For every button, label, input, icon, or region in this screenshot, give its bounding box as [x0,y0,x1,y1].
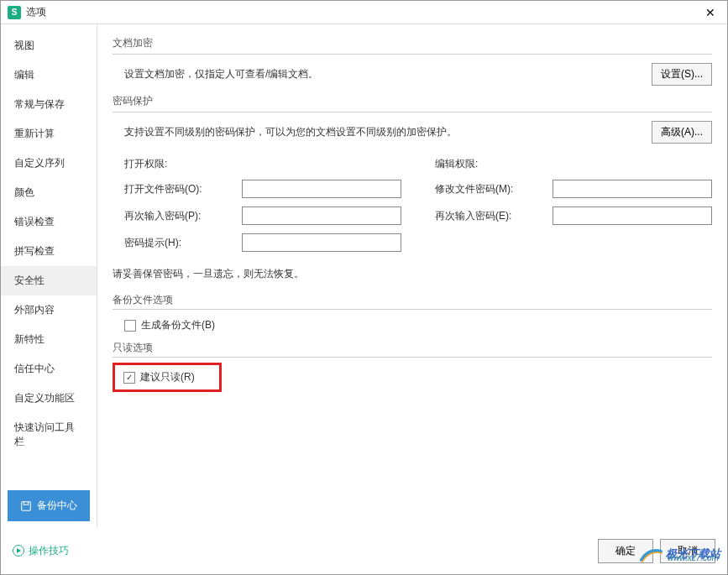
sidebar-item-color[interactable]: 颜色 [1,178,97,207]
sidebar-item-error-check[interactable]: 错误检查 [1,207,97,237]
backup-center-button[interactable]: 备份中心 [8,490,90,521]
divider [113,309,712,310]
main-area: 视图 编辑 常规与保存 重新计算 自定义序列 颜色 错误检查 拼写检查 安全性 … [1,24,727,528]
encryption-desc: 设置文档加密，仅指定人可查看/编辑文档。 [124,67,652,81]
open-pw-input[interactable] [242,180,401,198]
sidebar: 视图 编辑 常规与保存 重新计算 自定义序列 颜色 错误检查 拼写检查 安全性 … [1,24,97,528]
edit-perm-header: 编辑权限: [435,157,712,171]
content-panel: 文档加密 设置文档加密，仅指定人可查看/编辑文档。 设置(S)... 密码保护 … [97,24,727,528]
open-confirm-label: 再次输入密码(P): [124,209,242,223]
footer: 操作技巧 极光下载站 www.xz7.com 确定 取消 [1,528,727,573]
password-form: 打开权限: 编辑权限: 打开文件密码(O): 修改文件密码(M): 再次输入密码… [113,157,712,252]
open-pw-label: 打开文件密码(O): [124,182,242,196]
edit-pw-label: 修改文件密码(M): [435,182,553,196]
suggest-readonly-label: 建议只读(R) [140,370,195,384]
suggest-readonly-checkbox[interactable]: ✓ [123,372,135,384]
sidebar-item-security[interactable]: 安全性 [1,266,97,295]
sidebar-item-external[interactable]: 外部内容 [1,295,97,325]
sidebar-list: 视图 编辑 常规与保存 重新计算 自定义序列 颜色 错误检查 拼写检查 安全性 … [1,31,97,484]
sidebar-item-general-save[interactable]: 常规与保存 [1,90,97,119]
tips-link[interactable]: 操作技巧 [13,544,69,558]
sidebar-item-custom-seq[interactable]: 自定义序列 [1,149,97,178]
window-title: 选项 [26,5,700,19]
sidebar-item-trust-center[interactable]: 信任中心 [1,354,97,384]
titlebar: S 选项 ✕ [1,1,727,24]
generate-backup-checkbox[interactable] [124,320,136,332]
sidebar-item-edit[interactable]: 编辑 [1,60,97,90]
app-icon: S [8,6,21,19]
password-warning: 请妥善保管密码，一旦遗忘，则无法恢复。 [113,252,712,293]
backup-center-label: 备份中心 [37,499,77,513]
svg-rect-0 [22,501,31,510]
hint-label: 密码提示(H): [124,236,242,250]
generate-backup-label: 生成备份文件(B) [141,318,215,332]
sidebar-item-spell-check[interactable]: 拼写检查 [1,237,97,266]
hint-input[interactable] [242,233,401,252]
password-title: 密码保护 [113,94,712,108]
readonly-highlight: ✓ 建议只读(R) [113,363,222,392]
open-confirm-input[interactable] [242,206,401,225]
sidebar-item-recalc[interactable]: 重新计算 [1,119,97,149]
open-perm-header: 打开权限: [124,157,401,171]
edit-confirm-input[interactable] [553,206,712,225]
sidebar-item-view[interactable]: 视图 [1,31,97,60]
backup-section-title: 备份文件选项 [113,293,712,307]
edit-pw-input[interactable] [553,180,712,198]
divider [113,54,712,55]
backup-icon [20,500,32,512]
sidebar-item-quick-access[interactable]: 快速访问工具栏 [1,413,97,457]
divider [113,112,712,112]
play-icon [13,545,24,557]
encryption-settings-button[interactable]: 设置(S)... [652,63,712,86]
edit-confirm-label: 再次输入密码(E): [435,209,553,223]
password-advanced-button[interactable]: 高级(A)... [652,121,712,144]
sidebar-item-custom-ribbon[interactable]: 自定义功能区 [1,384,97,413]
encryption-title: 文档加密 [113,36,712,50]
cancel-button[interactable]: 取消 [660,539,715,563]
password-desc: 支持设置不同级别的密码保护，可以为您的文档设置不同级别的加密保护。 [124,125,652,139]
sidebar-item-new-features[interactable]: 新特性 [1,325,97,354]
divider [113,357,712,358]
tips-label: 操作技巧 [29,544,69,558]
ok-button[interactable]: 确定 [598,539,653,563]
close-button[interactable]: ✕ [700,4,720,21]
readonly-section-title: 只读选项 [113,341,712,355]
